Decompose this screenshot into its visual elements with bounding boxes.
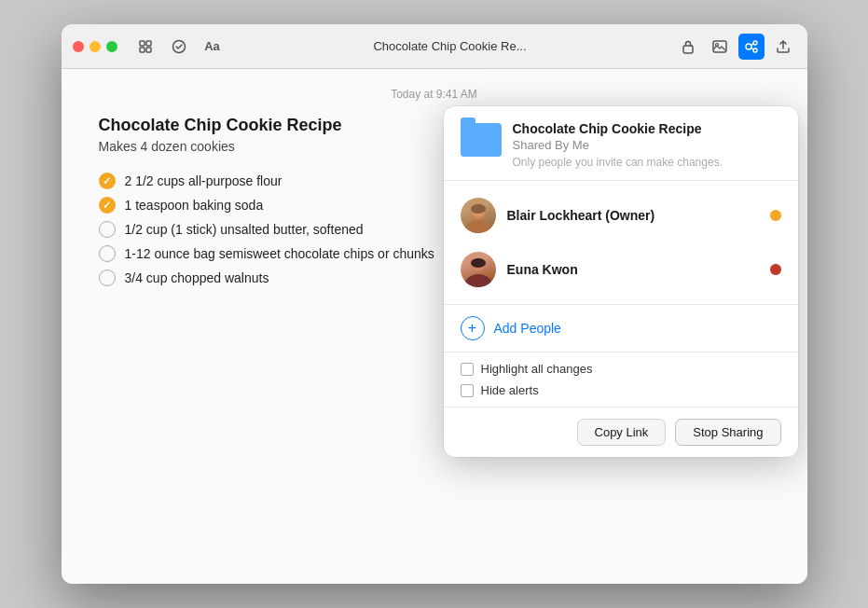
svg-rect-3 [146,48,151,52]
status-dot-blair [770,210,781,221]
hide-alerts-checkbox[interactable] [461,384,474,397]
person-row-euna: Euna Kwon [444,242,798,297]
share-active-icon[interactable] [738,34,765,60]
highlight-changes-checkbox[interactable] [461,363,474,376]
checkbox-checked[interactable] [99,197,116,214]
svg-rect-5 [683,46,693,53]
font-icon[interactable]: Aa [200,34,226,60]
highlight-changes-option[interactable]: Highlight all changes [461,362,781,376]
note-timestamp: Today at 9:41 AM [99,88,770,101]
checkbox-unchecked[interactable] [99,245,116,262]
list-item-text: 3/4 cup chopped walnuts [125,270,269,285]
popup-options: Highlight all changes Hide alerts [444,352,798,407]
folder-icon [461,123,502,157]
people-list: Blair Lockheart (Owner) Euna Kwon [444,181,798,304]
checkbox-unchecked[interactable] [99,221,116,238]
highlight-changes-label: Highlight all changes [481,362,593,376]
person-name-euna: Euna Kwon [507,262,759,277]
list-item-text: 1/2 cup (1 stick) unsalted butter, softe… [125,222,364,237]
person-name-blair: Blair Lockheart (Owner) [507,208,759,223]
sharing-description: Only people you invite can make changes. [513,156,723,169]
lock-icon[interactable] [675,34,701,60]
list-item-text: 2 1/2 cups all-purpose flour [125,173,282,188]
svg-rect-2 [140,48,145,52]
hide-alerts-option[interactable]: Hide alerts [461,383,781,397]
popup-document-title: Chocolate Chip Cookie Recipe [513,121,723,136]
hide-alerts-label: Hide alerts [481,383,539,397]
popup-footer: Copy Link Stop Sharing [444,407,798,457]
checkmark-icon[interactable] [166,34,192,60]
traffic-lights [73,41,117,52]
checkbox-unchecked[interactable] [99,269,116,286]
image-icon[interactable] [707,34,733,60]
popup-header-text: Chocolate Chip Cookie Recipe Shared By M… [513,121,723,169]
svg-point-14 [471,204,486,214]
shared-by-label: Shared By Me [513,138,723,152]
svg-rect-0 [140,41,145,46]
close-button[interactable] [73,41,84,52]
minimize-button[interactable] [90,41,101,52]
svg-rect-6 [713,41,726,52]
person-row-blair: Blair Lockheart (Owner) [444,188,798,242]
titlebar-right-controls [675,34,796,60]
list-item-text: 1-12 ounce bag semisweet chocolate chips… [125,246,434,261]
stop-sharing-button[interactable]: Stop Sharing [675,419,780,446]
maximize-button[interactable] [106,41,117,52]
add-people-button[interactable]: + Add People [444,304,798,352]
export-icon[interactable] [770,34,796,60]
status-dot-euna [770,264,781,275]
svg-point-17 [471,258,486,268]
grid-icon[interactable] [132,34,158,60]
sharing-popup: Chocolate Chip Cookie Recipe Shared By M… [444,106,798,457]
svg-rect-1 [146,41,151,46]
avatar-euna [461,252,496,287]
main-window: Aa Chocolate Chip Cookie Re... [62,24,807,584]
add-people-label: Add People [494,321,561,336]
popup-header: Chocolate Chip Cookie Recipe Shared By M… [444,106,798,180]
avatar-blair [461,198,496,233]
svg-point-8 [746,44,751,49]
add-circle-icon: + [461,316,485,340]
checkbox-checked[interactable] [99,173,116,189]
list-item-text: 1 teaspoon baking soda [125,198,264,213]
note-content: Today at 9:41 AM Chocolate Chip Cookie R… [62,69,807,584]
copy-link-button[interactable]: Copy Link [577,419,667,446]
svg-point-15 [465,274,491,287]
svg-point-12 [465,220,491,233]
titlebar: Aa Chocolate Chip Cookie Re... [62,24,807,69]
window-title: Chocolate Chip Cookie Re... [233,39,668,53]
